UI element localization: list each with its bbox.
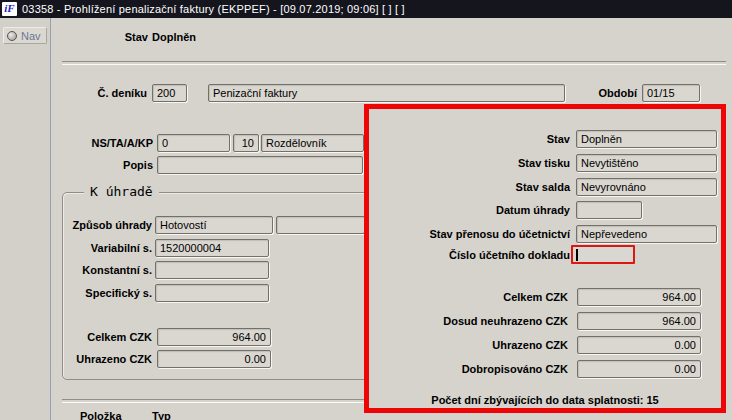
celkem-czk-label: Celkem CZK bbox=[56, 331, 152, 345]
uhrazeno-czk-label: Uhrazeno CZK bbox=[56, 353, 152, 367]
ns-field-1[interactable]: 0 bbox=[157, 134, 230, 152]
obdobi-label: Období bbox=[560, 87, 637, 101]
obdobi-field[interactable]: 01/15 bbox=[642, 84, 700, 102]
sidebar: Nav bbox=[0, 18, 51, 420]
footer-separator bbox=[62, 399, 364, 403]
konstantni-label: Konstantní s. bbox=[56, 264, 152, 278]
popis-field[interactable] bbox=[157, 156, 363, 174]
red-highlight-rectangle bbox=[364, 104, 726, 413]
header-stav-value: Doplněn bbox=[152, 31, 196, 43]
window-title: 03358 - Prohlížení penalizační faktury (… bbox=[22, 3, 405, 15]
nav-label: Nav bbox=[21, 30, 41, 42]
variabilni-label: Variabilní s. bbox=[56, 242, 152, 256]
denik-label: Č. deníku bbox=[60, 87, 147, 101]
specificky-field[interactable] bbox=[155, 284, 269, 302]
radio-icon bbox=[7, 31, 17, 41]
specificky-label: Specifický s. bbox=[56, 287, 152, 301]
typ-column-label: Typ bbox=[152, 410, 171, 420]
uhrazeno-czk-field[interactable]: 0.00 bbox=[157, 350, 271, 368]
zpusob-uhrady-label: Způsob úhrady bbox=[56, 219, 152, 233]
header-separator bbox=[62, 61, 726, 65]
denik-name-field[interactable]: Penizační faktury bbox=[208, 84, 565, 102]
popis-label: Popis bbox=[60, 159, 153, 173]
ns-label: NS/TA/A/KP bbox=[60, 137, 153, 151]
ns-field-3[interactable]: Rozdělovník bbox=[261, 134, 364, 152]
nav-radio-button[interactable]: Nav bbox=[3, 27, 47, 44]
app-logo-icon: iF bbox=[2, 2, 17, 16]
denik-number-field[interactable]: 200 bbox=[152, 84, 187, 102]
zpusob-uhrady-field[interactable]: Hotovostí bbox=[155, 216, 273, 234]
zpusob-uhrady-desc-field[interactable] bbox=[276, 216, 365, 234]
variabilni-field[interactable]: 1520000004 bbox=[155, 239, 269, 257]
polozka-column-label: Položka bbox=[80, 410, 122, 420]
application-window: iF 03358 - Prohlížení penalizační faktur… bbox=[0, 0, 732, 420]
konstantni-field[interactable] bbox=[155, 261, 269, 279]
header-stav-label: Stav bbox=[104, 31, 148, 45]
k-uhrade-legend: K úhradě bbox=[84, 184, 159, 199]
ns-field-2[interactable]: 10 bbox=[233, 134, 259, 152]
title-bar: iF 03358 - Prohlížení penalizační faktur… bbox=[0, 0, 732, 18]
celkem-czk-field[interactable]: 964.00 bbox=[157, 328, 271, 346]
